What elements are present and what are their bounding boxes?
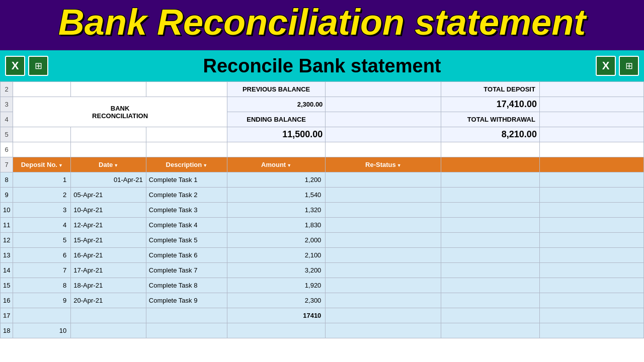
cell-b2	[71, 82, 146, 97]
table-row: 18 10	[1, 323, 644, 338]
cell-no: 1	[13, 172, 71, 188]
cell-no: 5	[13, 233, 71, 248]
dropdown-arrow-4[interactable]: ▼	[287, 163, 291, 168]
cell-amount: 3,200	[227, 263, 326, 278]
cell-no: 3	[13, 203, 71, 218]
cell-no: 9	[13, 293, 71, 308]
row-num-3: 3	[1, 97, 13, 112]
row-num-5: 5	[1, 127, 13, 142]
cell-e3	[326, 97, 441, 112]
previous-balance-label: PREVIOUS BALANCE	[227, 82, 326, 97]
cell-date: 15-Apr-21	[71, 233, 146, 248]
col-header-date: Date▼	[71, 157, 146, 172]
cell-desc: Complete Task 3	[146, 203, 227, 218]
cell-status	[326, 172, 441, 188]
subtitle-right-icons: X ⊞	[596, 56, 639, 76]
row-num-7: 7	[1, 157, 13, 172]
total-desc	[146, 308, 227, 323]
subtitle-text: Reconcile Bank statement	[203, 55, 441, 77]
total-withdrawal-label: TOTAL WITHDRAWAL	[441, 112, 540, 127]
row-num-9: 9	[1, 188, 13, 203]
subtitle-left-icons: X ⊞	[5, 56, 48, 76]
bank-reconciliation-cell: BANK RECONCILIATION	[13, 97, 227, 127]
dropdown-arrow-5[interactable]: ▼	[397, 163, 401, 168]
cell-b5	[71, 127, 146, 142]
row-num-12: 12	[1, 233, 13, 248]
cell-desc: Complete Task 7	[146, 263, 227, 278]
cell-date: 10-Apr-21	[71, 203, 146, 218]
cell-amount: 2,100	[227, 248, 326, 263]
dropdown-arrow-3[interactable]: ▼	[203, 163, 207, 168]
cell-no: 8	[13, 278, 71, 293]
col-header-extra2	[539, 157, 643, 172]
cell-row18-no: 10	[13, 323, 71, 338]
cell-g2	[539, 82, 643, 97]
cell-amount: 2,300	[227, 293, 326, 308]
col-header-deposit-no: Deposit No.▼	[13, 157, 71, 172]
total-no	[13, 308, 71, 323]
previous-balance-value: 2,300.00	[227, 97, 326, 112]
cell-date: 20-Apr-21	[71, 293, 146, 308]
cell-date: 17-Apr-21	[71, 263, 146, 278]
row-num-4: 4	[1, 112, 13, 127]
col-header-extra1	[441, 157, 540, 172]
col-header-amount: Amount▼	[227, 157, 326, 172]
table-row: 6	[1, 142, 644, 157]
table-header-row: 7 Deposit No.▼ Date▼ Description▼ Amount…	[1, 157, 644, 172]
total-deposit-label: TOTAL DEPOSIT	[441, 82, 540, 97]
subtitle-bar: X ⊞ Reconcile Bank statement X ⊞	[0, 50, 644, 81]
excel-icon-right: X	[596, 56, 616, 76]
cell-no: 4	[13, 218, 71, 233]
total-deposit-value: 17,410.00	[441, 97, 540, 112]
cell-a2	[13, 82, 71, 97]
cell-date: 18-Apr-21	[71, 278, 146, 293]
total-amount: 17410	[227, 308, 326, 323]
cell-e5	[326, 127, 441, 142]
table-row: 3 BANK RECONCILIATION 2,300.00 17,410.00	[1, 97, 644, 112]
table-row: 12 5 15-Apr-21 Complete Task 5 2,000	[1, 233, 644, 248]
cell-amount: 1,830	[227, 218, 326, 233]
ending-balance-value: 11,500.00	[227, 127, 326, 142]
row-num-8: 8	[1, 172, 13, 188]
cell-status	[326, 293, 441, 308]
table-row: 14 7 17-Apr-21 Complete Task 7 3,200	[1, 263, 644, 278]
cell-g5	[539, 127, 643, 142]
main-table: 2 PREVIOUS BALANCE TOTAL DEPOSIT 3 BANK …	[0, 81, 644, 338]
cell-amount: 1,540	[227, 188, 326, 203]
cell-desc: Complete Task 2	[146, 188, 227, 203]
row-num-17: 17	[1, 308, 13, 323]
total-withdrawal-value: 8,210.00	[441, 127, 540, 142]
cell-desc: Complete Task 6	[146, 248, 227, 263]
table-row: 8 1 01-Apr-21 Complete Task 1 1,200	[1, 172, 644, 188]
cell-desc: Complete Task 1	[146, 172, 227, 188]
total-date	[71, 308, 146, 323]
cell-date: 05-Apr-21	[71, 188, 146, 203]
row-num-16: 16	[1, 293, 13, 308]
cell-date: 12-Apr-21	[71, 218, 146, 233]
cell-no: 6	[13, 248, 71, 263]
ending-balance-label: ENDING BALANCE	[227, 112, 326, 127]
cell-amount: 2,000	[227, 233, 326, 248]
row-num-13: 13	[1, 248, 13, 263]
table-row: 5 11,500.00 8,210.00	[1, 127, 644, 142]
cell-status	[326, 203, 441, 218]
row-num-2: 2	[1, 82, 13, 97]
row-num-15: 15	[1, 278, 13, 293]
cell-no: 7	[13, 263, 71, 278]
spreadsheet: 2 PREVIOUS BALANCE TOTAL DEPOSIT 3 BANK …	[0, 81, 644, 362]
col-header-re-status: Re-Status▼	[326, 157, 441, 172]
cell-g3	[539, 97, 643, 112]
row-num-18: 18	[1, 323, 13, 338]
dropdown-arrow-2[interactable]: ▼	[114, 163, 118, 168]
table-row: 13 6 16-Apr-21 Complete Task 6 2,100	[1, 248, 644, 263]
row-num-10: 10	[1, 203, 13, 218]
cell-e4	[326, 112, 441, 127]
table-row-total: 17 17410	[1, 308, 644, 323]
dropdown-arrow-1[interactable]: ▼	[58, 163, 63, 168]
grid-icon-right: ⊞	[619, 56, 639, 76]
cell-a5	[13, 127, 71, 142]
table-row: 11 4 12-Apr-21 Complete Task 4 1,830	[1, 218, 644, 233]
title-bar: Bank Reconciliation statement	[0, 0, 644, 50]
table-row: 16 9 20-Apr-21 Complete Task 9 2,300	[1, 293, 644, 308]
cell-date: 01-Apr-21	[71, 172, 146, 188]
